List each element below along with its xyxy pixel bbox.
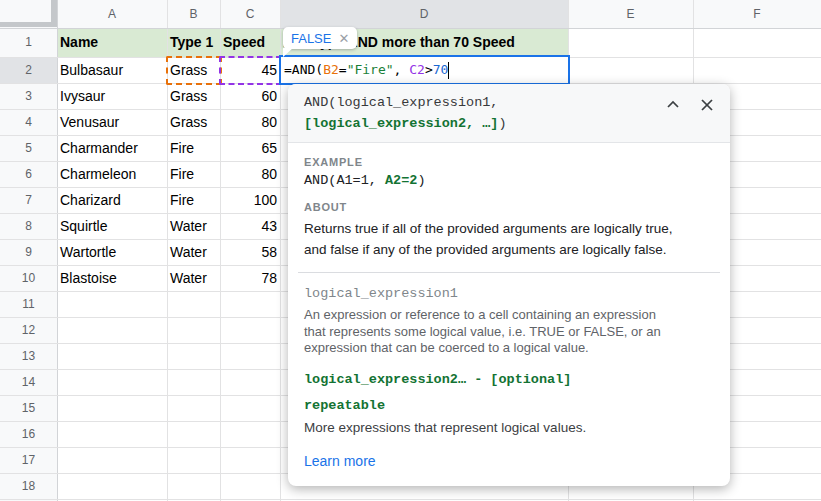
- cell-A10[interactable]: Blastoise: [57, 265, 167, 291]
- syntax-close-paren: ): [498, 116, 506, 131]
- cell-A9[interactable]: Wartortle: [57, 239, 167, 265]
- param1-name: logical_expression1: [304, 286, 714, 301]
- cell-A3[interactable]: Ivysaur: [57, 83, 167, 109]
- about-label: ABOUT: [304, 201, 714, 213]
- row-header-11[interactable]: 11: [0, 291, 57, 317]
- function-help-popup: AND(logical_expression1, [logical_expres…: [288, 84, 730, 486]
- cell-B8[interactable]: Water: [167, 213, 220, 239]
- chip-tail: [283, 48, 293, 57]
- row-header-4[interactable]: 4: [0, 109, 57, 135]
- popup-body: EXAMPLE AND(A1=1, A2=2) ABOUT Returns tr…: [288, 143, 730, 486]
- param2-name: logical_expression2… - [optional]: [304, 372, 714, 387]
- param1-description: An expression or reference to a cell con…: [304, 307, 714, 357]
- cell-B7[interactable]: Fire: [167, 187, 220, 213]
- syntax-optional-arg: [logical_expression2, …]: [304, 116, 498, 131]
- divider: [298, 272, 720, 273]
- cell-C4[interactable]: 80: [220, 109, 280, 135]
- formula-token: C2: [409, 62, 425, 77]
- row-header-9[interactable]: 9: [0, 239, 57, 265]
- column-header-E[interactable]: E: [568, 0, 693, 28]
- cell-A6[interactable]: Charmeleon: [57, 161, 167, 187]
- cell-A2[interactable]: Bulbasaur: [57, 57, 167, 83]
- column-header-C[interactable]: C: [220, 0, 280, 28]
- cell-A1[interactable]: Name: [57, 28, 167, 57]
- cell-B3[interactable]: Grass: [167, 83, 220, 109]
- cell-B10[interactable]: Water: [167, 265, 220, 291]
- row-header-5[interactable]: 5: [0, 135, 57, 161]
- spreadsheet: ABCDEF 123456789101112131415161718 NameT…: [0, 0, 821, 501]
- row-header-6[interactable]: 6: [0, 161, 57, 187]
- gridline-horizontal: [0, 28, 821, 29]
- formula-input[interactable]: =AND(B2="Fire", C2>70: [284, 62, 449, 79]
- example-suffix: ): [417, 173, 425, 188]
- example-prefix: AND(A1=1,: [304, 173, 385, 188]
- row-header-13[interactable]: 13: [0, 343, 57, 369]
- cell-C6[interactable]: 80: [220, 161, 280, 187]
- cell-C7[interactable]: 100: [220, 187, 280, 213]
- cell-C9[interactable]: 58: [220, 239, 280, 265]
- row-header-2[interactable]: 2: [0, 57, 57, 83]
- formula-token: B2: [323, 62, 339, 77]
- cell-C1[interactable]: Speed: [220, 28, 280, 57]
- row-header-17[interactable]: 17: [0, 447, 57, 473]
- cell-A5[interactable]: Charmander: [57, 135, 167, 161]
- text-cursor: [448, 62, 449, 79]
- row-header-12[interactable]: 12: [0, 317, 57, 343]
- formula-token: =AND(: [284, 62, 323, 77]
- popup-actions: [664, 96, 716, 114]
- cell-B6[interactable]: Fire: [167, 161, 220, 187]
- chip-close-icon[interactable]: ✕: [338, 31, 349, 46]
- cell-B4[interactable]: Grass: [167, 109, 220, 135]
- column-header-B[interactable]: B: [167, 0, 220, 28]
- row-header-7[interactable]: 7: [0, 187, 57, 213]
- cell-B5[interactable]: Fire: [167, 135, 220, 161]
- cell-A4[interactable]: Venusaur: [57, 109, 167, 135]
- gridline-horizontal: [0, 499, 821, 500]
- cell-editor-d2[interactable]: =AND(B2="Fire", C2>70: [279, 55, 570, 85]
- row-header-15[interactable]: 15: [0, 395, 57, 421]
- reference-highlight-b2: [166, 56, 222, 85]
- example-code: AND(A1=1, A2=2): [304, 173, 714, 188]
- cell-B1[interactable]: Type 1: [167, 28, 220, 57]
- formula-result-preview-chip: FALSE ✕: [283, 27, 357, 49]
- row-header-18[interactable]: 18: [0, 473, 57, 499]
- row-header-10[interactable]: 10: [0, 265, 57, 291]
- row-header-14[interactable]: 14: [0, 369, 57, 395]
- cell-B9[interactable]: Water: [167, 239, 220, 265]
- cell-C5[interactable]: 65: [220, 135, 280, 161]
- function-syntax: AND(logical_expression1, [logical_expres…: [304, 92, 714, 134]
- popup-header: AND(logical_expression1, [logical_expres…: [288, 84, 730, 143]
- param2-repeatable-tag: repeatable: [304, 398, 714, 413]
- cell-C8[interactable]: 43: [220, 213, 280, 239]
- formula-result-value: FALSE: [291, 31, 331, 46]
- example-highlight: A2=2: [385, 173, 417, 188]
- collapse-chevron-up-icon[interactable]: [664, 96, 682, 114]
- cell-A8[interactable]: Squirtle: [57, 213, 167, 239]
- cell-A7[interactable]: Charizard: [57, 187, 167, 213]
- column-header-A[interactable]: A: [57, 0, 167, 28]
- row-header-3[interactable]: 3: [0, 83, 57, 109]
- close-icon[interactable]: [698, 96, 716, 114]
- formula-token: >: [425, 62, 433, 77]
- formula-token: ,: [394, 62, 410, 77]
- reference-highlight-c2: [219, 56, 282, 85]
- column-header-F[interactable]: F: [693, 0, 821, 28]
- about-text: Returns true if all of the provided argu…: [304, 218, 714, 260]
- formula-token: 70: [433, 62, 449, 77]
- formula-token: =: [339, 62, 347, 77]
- row-header-1[interactable]: 1: [0, 28, 57, 57]
- column-header-D[interactable]: D: [280, 0, 568, 28]
- row-header-8[interactable]: 8: [0, 213, 57, 239]
- cell-C10[interactable]: 78: [220, 265, 280, 291]
- gridline-vertical: [57, 0, 58, 501]
- syntax-line1: AND(logical_expression1,: [304, 95, 498, 110]
- example-label: EXAMPLE: [304, 156, 714, 168]
- select-all-corner[interactable]: [0, 0, 57, 28]
- param2-description: More expressions that represent logical …: [304, 419, 714, 436]
- cell-C3[interactable]: 60: [220, 83, 280, 109]
- learn-more-link[interactable]: Learn more: [304, 453, 376, 469]
- formula-token: "Fire": [347, 62, 394, 77]
- row-header-16[interactable]: 16: [0, 421, 57, 447]
